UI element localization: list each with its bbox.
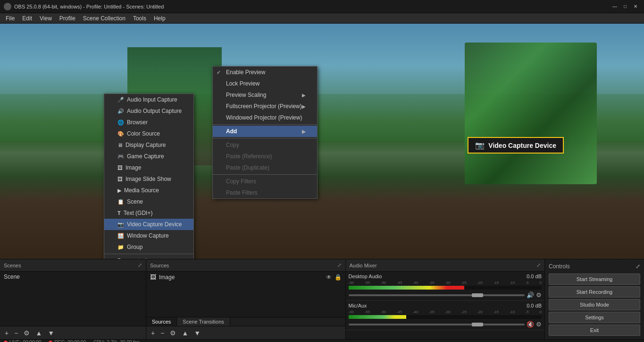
bottom-panel: Scenes ⤢ Scene + − ⚙ ▲ ▼ <box>0 259 644 342</box>
sources-settings-btn[interactable]: ⚙ <box>168 329 178 337</box>
menu-view[interactable]: View <box>36 14 56 23</box>
controls-expand-icon[interactable]: ⤢ <box>636 263 640 270</box>
group-icon: 📁 <box>117 244 124 250</box>
ctx-enable-preview[interactable]: ✓ Enable Preview <box>213 67 317 78</box>
mixer-mic-gear[interactable]: ⚙ <box>536 321 542 328</box>
scenes-panel-title: Scenes <box>4 263 21 268</box>
submenu-scene[interactable]: 📋 Scene <box>104 196 193 207</box>
mixer-mic-level <box>349 315 407 319</box>
submenu-audio-input[interactable]: 🎤 Audio Input Capture <box>104 94 193 105</box>
ctx-add[interactable]: Add ▶ <box>213 126 317 137</box>
submenu-image[interactable]: 🖼 Image <box>104 162 193 173</box>
ctx-preview-scaling[interactable]: Preview Scaling ▶ <box>213 89 317 101</box>
menu-edit[interactable]: Edit <box>18 14 36 23</box>
scenes-down-btn[interactable]: ▼ <box>46 329 56 337</box>
scenes-add-btn[interactable]: + <box>3 329 10 337</box>
start-streaming-button[interactable]: Start Streaming <box>549 274 640 285</box>
scenes-up-btn[interactable]: ▲ <box>33 329 44 337</box>
rec-dot <box>49 341 52 342</box>
submenu-deprecated[interactable]: Deprecated ▶ <box>104 255 193 259</box>
mixer-mic-bar <box>349 315 542 319</box>
mixer-content: Desktop Audio 0.0 dB -60-55-50 -45-40-35… <box>346 272 545 339</box>
game-capture-icon: 🎮 <box>117 154 124 160</box>
preview-area[interactable]: ✓ Enable Preview Lock Preview Preview Sc… <box>0 24 644 259</box>
ctx-fullscreen-projector[interactable]: Fullscreen Projector (Preview) ▶ <box>213 101 317 112</box>
scene-item-untitled[interactable]: Scene <box>0 272 146 282</box>
menu-file[interactable]: File <box>2 14 18 23</box>
context-menu: ✓ Enable Preview Lock Preview Preview Sc… <box>212 66 318 199</box>
ctx-enable-preview-wrapper: ✓ Enable Preview <box>213 67 317 78</box>
menu-scene-collection[interactable]: Scene Collection <box>79 14 129 23</box>
sources-expand-btn[interactable]: ⤢ <box>337 262 342 268</box>
sources-panel: Sources ⤢ 🖼 Image 👁 🔒 Sources Scene Tran… <box>146 259 346 339</box>
menu-tools[interactable]: Tools <box>129 14 150 23</box>
maximize-button[interactable]: □ <box>620 3 630 10</box>
mixer-desktop-gear[interactable]: ⚙ <box>536 291 542 299</box>
audio-input-icon: 🎤 <box>117 97 124 103</box>
scenes-settings-btn[interactable]: ⚙ <box>22 329 32 337</box>
sources-tab-transitions[interactable]: Scene Transitions <box>177 317 230 326</box>
sources-remove-btn[interactable]: − <box>159 329 166 337</box>
source-item-image[interactable]: 🖼 Image 👁 🔒 <box>146 272 345 282</box>
submenu-text-gdi[interactable]: T Text (GDI+) <box>104 207 193 219</box>
submenu-window-capture[interactable]: 🪟 Window Capture <box>104 230 193 241</box>
mixer-desktop-speaker[interactable]: 🔊 <box>527 291 534 299</box>
start-recording-button[interactable]: Start Recording <box>549 286 640 298</box>
submenu-color-source[interactable]: 🎨 Color Source <box>104 128 193 139</box>
main-area: ✓ Enable Preview Lock Preview Preview Sc… <box>0 24 644 342</box>
browser-icon: 🌐 <box>117 120 124 126</box>
submenu-video-capture[interactable]: 📷 Video Capture Device <box>104 219 193 230</box>
submenu-sep-deprecated <box>104 254 193 254</box>
menu-help[interactable]: Help <box>150 14 169 23</box>
mixer-expand-btn[interactable]: ⤢ <box>536 262 541 268</box>
sources-up-btn[interactable]: ▲ <box>180 329 190 337</box>
submenu-image-slideshow[interactable]: 🖼 Image Slide Show <box>104 173 193 185</box>
mixer-mic-fader[interactable] <box>349 324 525 325</box>
mixer-panel-title: Audio Mixer <box>350 263 377 268</box>
ctx-windowed-projector[interactable]: Windowed Projector (Preview) <box>213 112 317 123</box>
studio-mode-button[interactable]: Studio Mode <box>549 299 640 310</box>
mixer-desktop-db: 0.0 dB <box>527 274 542 279</box>
mixer-desktop-name: Desktop Audio <box>349 274 382 279</box>
settings-button[interactable]: Settings <box>549 312 640 323</box>
sources-panel-title: Sources <box>150 263 169 268</box>
minimize-button[interactable]: — <box>610 3 619 10</box>
scenes-expand-btn[interactable]: ⤢ <box>138 262 142 268</box>
app-icon <box>4 3 11 10</box>
color-source-icon: 🎨 <box>117 131 124 137</box>
submenu-browser[interactable]: 🌐 Browser <box>104 117 193 128</box>
mixer-mic-db: 0.0 dB <box>527 303 542 308</box>
mixer-desktop-bar <box>349 286 542 290</box>
rec-label: REC: <box>54 340 66 342</box>
source-lock-icon[interactable]: 🔒 <box>335 274 342 281</box>
sources-tab-sources[interactable]: Sources <box>146 317 177 326</box>
status-live: LIVE: 00:00:00 <box>4 340 41 342</box>
menu-profile[interactable]: Profile <box>56 14 79 23</box>
controls-panel: Controls ⤢ Start Streaming Start Recordi… <box>545 259 644 339</box>
source-visible-icon[interactable]: 👁 <box>326 274 332 281</box>
mixer-desktop-fader[interactable] <box>349 294 525 296</box>
ctx-sep-1 <box>213 124 317 125</box>
submenu-display-capture[interactable]: 🖥 Display Capture <box>104 139 193 151</box>
submenu-game-capture[interactable]: 🎮 Game Capture <box>104 151 193 162</box>
close-button[interactable]: ✕ <box>631 3 640 10</box>
sources-add-btn[interactable]: + <box>149 329 157 337</box>
display-capture-icon: 🖥 <box>117 142 123 148</box>
exit-button[interactable]: Exit <box>549 325 640 336</box>
ctx-lock-preview[interactable]: Lock Preview <box>213 78 317 89</box>
vcd-cam-icon: 📷 <box>475 141 485 150</box>
scenes-remove-btn[interactable]: − <box>12 329 20 337</box>
vcd-label-text: Video Capture Device <box>488 142 556 149</box>
window-controls: — □ ✕ <box>610 3 640 10</box>
mixer-mic-mute[interactable]: 🔇 <box>527 321 534 328</box>
sources-toolbar: + − ⚙ ▲ ▼ <box>146 326 345 339</box>
submenu-group[interactable]: 📁 Group <box>104 241 193 253</box>
mixer-mic-thumb[interactable] <box>472 323 483 326</box>
source-image-icon: 🖼 <box>150 274 156 281</box>
submenu-audio-output[interactable]: 🔊 Audio Output Capture <box>104 105 193 117</box>
mixer-desktop-thumb[interactable] <box>472 293 483 297</box>
rec-time: 00:00:00 <box>67 340 86 342</box>
ctx-copy-filters: Copy Filters <box>213 176 317 187</box>
submenu-media-source[interactable]: ▶ Media Source <box>104 185 193 196</box>
sources-down-btn[interactable]: ▼ <box>192 329 202 337</box>
